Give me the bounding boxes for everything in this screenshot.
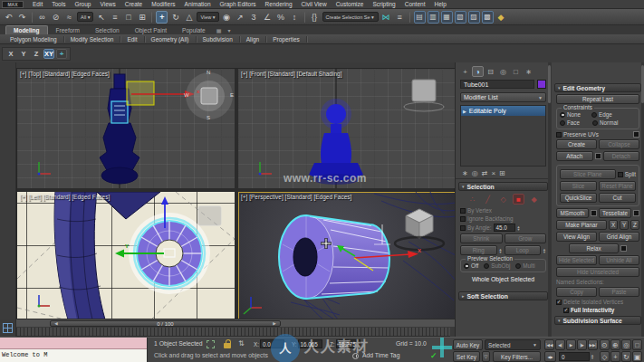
next-frame-icon[interactable]: ▶ bbox=[271, 321, 278, 326]
modify-tab-icon[interactable]: ◑ bbox=[472, 66, 484, 77]
next-frame-icon[interactable]: |▶ bbox=[577, 339, 587, 350]
menu-item[interactable]: Modifiers bbox=[147, 1, 179, 7]
planar-x-button[interactable]: X bbox=[609, 220, 618, 230]
zoom-extents-icon[interactable]: ◎ bbox=[621, 339, 631, 350]
border-icon[interactable]: ◇ bbox=[497, 194, 509, 205]
toolbar-separator[interactable] bbox=[32, 12, 33, 23]
ribbon-panel[interactable]: Geometry (All) bbox=[145, 36, 197, 43]
toolbar-separator[interactable] bbox=[151, 12, 152, 23]
constraint-normal-radio[interactable] bbox=[592, 120, 598, 126]
ribbon-tab-object-paint[interactable]: Object Paint bbox=[128, 26, 174, 34]
edge-icon[interactable]: ╱ bbox=[482, 194, 494, 205]
ribbon-tab-freeform[interactable]: Freeform bbox=[49, 26, 87, 34]
attach-button[interactable]: Attach bbox=[556, 151, 593, 161]
x-coordinate-field[interactable]: 0.0 bbox=[260, 339, 284, 348]
ribbon-toggle-icon[interactable]: ▦ bbox=[441, 11, 453, 24]
absolute-offset-toggle-icon[interactable]: ⇅ bbox=[238, 340, 245, 348]
preview-subobj-radio[interactable] bbox=[484, 263, 489, 269]
ribbon-tab-modeling[interactable]: Modeling bbox=[5, 25, 48, 34]
prev-frame-icon[interactable]: ◀| bbox=[555, 339, 565, 350]
shrink-button[interactable]: Shrink bbox=[460, 233, 503, 243]
scene-explorer-icon[interactable]: ▤ bbox=[414, 11, 426, 24]
play-icon[interactable]: ▶ bbox=[566, 339, 576, 350]
ribbon-panel[interactable]: Align bbox=[240, 36, 266, 43]
compass-east[interactable]: E bbox=[230, 92, 234, 98]
full-interactivity-checkbox[interactable] bbox=[563, 308, 569, 313]
viewport-left[interactable]: [+] [Left] [Standard] [Edged Faces] Y bbox=[17, 192, 235, 319]
key-filters-button[interactable]: Key Filters... bbox=[493, 351, 541, 362]
spinner-icon[interactable]: ▲▼ bbox=[517, 225, 521, 231]
element-icon[interactable]: ◆ bbox=[528, 194, 540, 205]
menu-item[interactable]: Content bbox=[400, 1, 430, 7]
snap-axis-constraint-icon[interactable]: + bbox=[56, 49, 67, 59]
previous-frame-icon[interactable]: ◀ bbox=[53, 321, 60, 326]
object-color-swatch[interactable] bbox=[537, 80, 546, 89]
display-tab-icon[interactable]: □ bbox=[510, 66, 522, 77]
align-icon[interactable]: ≡ bbox=[394, 11, 406, 24]
select-move-icon[interactable]: + bbox=[156, 11, 168, 24]
compass-north[interactable]: N bbox=[207, 70, 210, 75]
make-unique-icon[interactable]: ⇄ bbox=[482, 169, 488, 177]
remove-modifier-icon[interactable]: × bbox=[491, 169, 495, 177]
tessellate-button[interactable]: Tessellate bbox=[599, 208, 631, 218]
percent-snap-icon[interactable]: % bbox=[275, 11, 287, 24]
toolbar-separator[interactable] bbox=[304, 12, 305, 23]
rect-selection-region-icon[interactable]: □ bbox=[122, 11, 134, 24]
ribbon-panel[interactable]: Polygon Modeling bbox=[4, 36, 64, 43]
schematic-view-icon[interactable]: ▨ bbox=[468, 11, 480, 24]
snap-toggle-icon[interactable]: 3 bbox=[248, 11, 260, 24]
spinner-snap-icon[interactable]: ↕ bbox=[289, 11, 301, 24]
modifier-stack[interactable]: ▶ Editable Poly bbox=[460, 105, 546, 167]
spinner-icon[interactable]: ▲▼ bbox=[499, 248, 503, 253]
menu-item[interactable]: Group bbox=[70, 1, 95, 7]
pin-stack-icon[interactable]: ∗ bbox=[462, 169, 468, 177]
unlink-icon[interactable]: ⊘ bbox=[50, 11, 62, 24]
by-angle-field[interactable]: 45.0 bbox=[494, 224, 515, 232]
viewport-label[interactable]: [+] [Perspective] [Standard] [Edged Face… bbox=[241, 194, 351, 200]
planar-z-button[interactable]: Z bbox=[630, 220, 639, 230]
menu-item[interactable]: Customize bbox=[332, 1, 369, 7]
go-start-icon[interactable]: |◀◀ bbox=[544, 339, 554, 350]
compass-west[interactable]: W bbox=[184, 92, 189, 98]
expand-icon[interactable]: ▶ bbox=[463, 109, 466, 114]
motion-tab-icon[interactable]: ◎ bbox=[497, 66, 509, 77]
cut-button[interactable]: Cut bbox=[599, 193, 636, 203]
ignore-backfacing-checkbox[interactable] bbox=[460, 216, 466, 222]
ref-coord-dropdown[interactable]: View ▾ bbox=[197, 12, 218, 22]
hide-selected-button[interactable]: Hide Selected bbox=[556, 255, 597, 265]
attach-settings-icon[interactable] bbox=[595, 153, 601, 159]
make-planar-button[interactable]: Make Planar bbox=[556, 220, 607, 230]
menu-item[interactable]: Edit bbox=[28, 1, 47, 7]
toolbar-separator[interactable] bbox=[409, 12, 410, 23]
menu-item[interactable]: Create bbox=[120, 1, 148, 7]
menu-item[interactable]: Civil View bbox=[297, 1, 332, 7]
constrain-x-button[interactable]: X bbox=[5, 49, 16, 59]
track-bar[interactable] bbox=[16, 328, 450, 337]
ribbon-tab-selection[interactable]: Selection bbox=[88, 26, 127, 34]
ribbon-panel[interactable]: Edit bbox=[120, 36, 144, 43]
bind-spacewarp-icon[interactable]: ≈ bbox=[63, 11, 75, 24]
render-setup-icon[interactable]: ▩ bbox=[482, 11, 494, 24]
set-key-button[interactable]: Set Key bbox=[453, 351, 480, 362]
z-coordinate-field[interactable]: 16.275 bbox=[336, 339, 360, 348]
ribbon-panel[interactable]: Subdivision bbox=[197, 36, 240, 43]
create-button[interactable]: Create bbox=[556, 139, 597, 149]
view-align-button[interactable]: View Align bbox=[556, 232, 597, 242]
rollout-edit-geometry[interactable]: ▾Edit Geometry bbox=[554, 83, 641, 92]
msmooth-settings-icon[interactable] bbox=[591, 210, 597, 216]
rollout-soft-selection[interactable]: ▸Soft Selection bbox=[458, 291, 548, 300]
auto-key-button[interactable]: Auto Key bbox=[453, 339, 483, 350]
delete-isolated-checkbox[interactable] bbox=[556, 300, 562, 305]
select-manipulate-icon[interactable]: ↗ bbox=[235, 11, 246, 24]
macro-recorder-pane[interactable] bbox=[0, 338, 147, 349]
maximize-viewport-icon[interactable]: ▣ bbox=[632, 351, 642, 362]
select-object-icon[interactable]: ↖ bbox=[95, 11, 107, 24]
repeat-last-button[interactable]: Repeat Last bbox=[556, 94, 639, 104]
named-selection-dropdown[interactable]: Create Selection Se ▾ bbox=[322, 12, 379, 22]
menu-item[interactable]: Help bbox=[429, 1, 450, 7]
undo-icon[interactable]: ↶ bbox=[3, 11, 14, 24]
ribbon-tab-populate[interactable]: Populate bbox=[175, 26, 213, 34]
quickslice-button[interactable]: QuickSlice bbox=[560, 193, 597, 203]
vertex-icon[interactable]: ∴ bbox=[466, 194, 478, 205]
key-step-icons[interactable]: ◀▶ bbox=[544, 351, 556, 362]
